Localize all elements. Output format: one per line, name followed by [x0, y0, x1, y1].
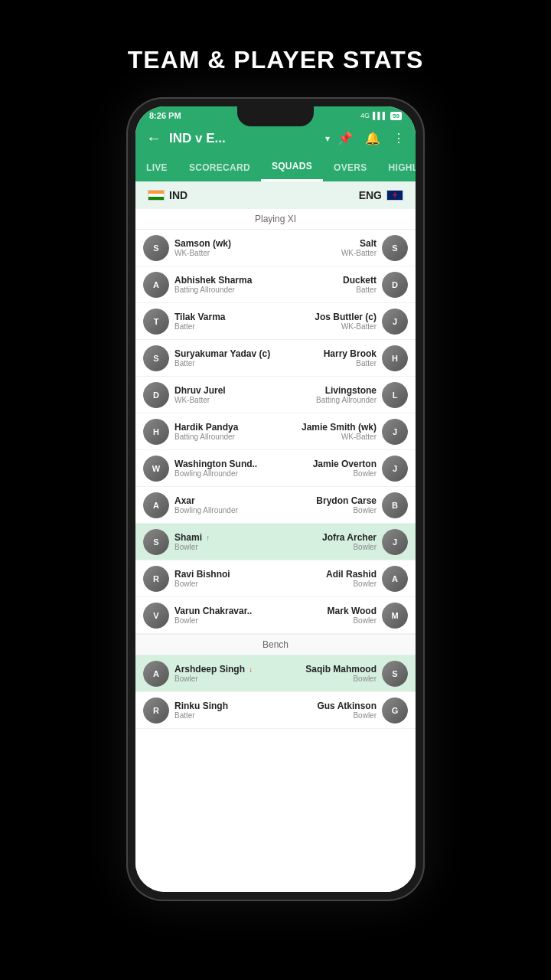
bench-label: Bench: [135, 634, 416, 655]
table-row: A AxarBowling Allrounder B Brydon CarseB…: [135, 487, 416, 524]
table-row: S Suryakumar Yadav (c)Batter H Harry Bro…: [135, 340, 416, 377]
ind-label: IND: [169, 189, 187, 201]
phone-notch: [237, 106, 314, 126]
tab-scorecard[interactable]: SCORECARD: [178, 155, 261, 181]
avatar: W: [143, 456, 169, 482]
playing-xi-label: Playing XI: [135, 209, 416, 230]
avatar: H: [143, 419, 169, 445]
arrow-up-icon: ↑: [206, 534, 210, 542]
tab-overs[interactable]: OVERS: [323, 155, 378, 181]
eng-bench-0: S Saqib MahmoodBowler: [283, 661, 408, 687]
avatar: S: [143, 345, 169, 371]
eng-player-3: H Harry BrookBatter: [283, 345, 408, 371]
more-icon[interactable]: ⋮: [393, 131, 405, 145]
avatar: D: [382, 272, 408, 298]
ind-bench-0: A Arshdeep Singh ↓ Bowler: [143, 661, 268, 687]
avatar: J: [382, 529, 408, 555]
status-time: 8:26 PM: [149, 111, 181, 120]
avatar: S: [143, 529, 169, 555]
header-actions: 📌 🔔 ⋮: [337, 131, 405, 145]
table-row: W Washington Sund..Bowling Allrounder J …: [135, 450, 416, 487]
phone-frame: 8:26 PM 4G ▌▌▌ 59 ← IND v E... ▾ 📌 🔔 ⋮ L…: [126, 97, 425, 901]
avatar: G: [382, 697, 408, 724]
avatar: R: [143, 697, 169, 724]
eng-player-0: S SaltWK-Batter: [283, 235, 408, 261]
avatar: S: [143, 235, 169, 261]
avatar: V: [143, 603, 169, 629]
app-header: ← IND v E... ▾ 📌 🔔 ⋮: [135, 123, 416, 153]
eng-player-1: D DuckettBatter: [283, 272, 408, 298]
ind-player-5: H Hardik PandyaBatting Allrounder: [143, 419, 268, 445]
avatar: J: [382, 309, 408, 335]
avatar: H: [382, 345, 408, 371]
ind-player-9: R Ravi BishnoiBowler: [143, 566, 268, 592]
ind-player-8: S Shami ↑ Bowler: [143, 529, 268, 555]
avatar: T: [143, 309, 169, 335]
ind-player-1: A Abhishek SharmaBatting Allrounder: [143, 272, 268, 298]
table-row: H Hardik PandyaBatting Allrounder J Jami…: [135, 413, 416, 450]
tab-squads[interactable]: SQUADS: [261, 153, 323, 181]
ind-player-6: W Washington Sund..Bowling Allrounder: [143, 456, 268, 482]
page-title: TEAM & PLAYER STATS: [128, 46, 423, 74]
back-button[interactable]: ←: [146, 129, 161, 147]
table-row: R Ravi BishnoiBowler A Adil RashidBowler: [135, 560, 416, 597]
ind-player-7: A AxarBowling Allrounder: [143, 492, 268, 518]
table-row: A Arshdeep Singh ↓ Bowler S Saqib Mahmoo…: [135, 655, 416, 692]
tab-highlights[interactable]: HIGHLIGI...: [378, 155, 416, 181]
avatar: D: [143, 382, 169, 408]
dropdown-icon[interactable]: ▾: [325, 133, 330, 144]
ind-player-2: T Tilak VarmaBatter: [143, 309, 268, 335]
ind-player-3: S Suryakumar Yadav (c)Batter: [143, 345, 268, 371]
ind-player-4: D Dhruv JurelWK-Batter: [143, 382, 268, 408]
avatar: M: [382, 603, 408, 629]
table-row: S Shami ↑ Bowler J Jofra ArcherBowler: [135, 524, 416, 560]
eng-player-10: M Mark WoodBowler: [283, 603, 408, 629]
avatar: B: [382, 492, 408, 518]
eng-player-7: B Brydon CarseBowler: [283, 492, 408, 518]
pin-icon[interactable]: 📌: [337, 131, 353, 145]
eng-label: ENG: [359, 189, 382, 201]
eng-team-label: ENG: [359, 189, 403, 201]
arrow-down-icon: ↓: [249, 665, 253, 674]
avatar: A: [143, 661, 169, 687]
eng-player-9: A Adil RashidBowler: [283, 566, 408, 592]
eng-player-4: L LivingstoneBatting Allrounder: [283, 382, 408, 408]
eng-player-8: J Jofra ArcherBowler: [283, 529, 408, 555]
avatar: S: [382, 661, 408, 687]
table-row: V Varun Chakravar..Bowler M Mark WoodBow…: [135, 597, 416, 634]
table-row: S Samson (wk)WK-Batter S SaltWK-Batter: [135, 230, 416, 266]
tab-live[interactable]: LIVE: [135, 155, 178, 181]
table-row: R Rinku SinghBatter G Gus AtkinsonBowler: [135, 692, 416, 729]
avatar: J: [382, 456, 408, 482]
status-icons: 4G ▌▌▌ 59: [360, 112, 402, 120]
battery-icon: 59: [390, 112, 402, 120]
avatar: A: [382, 566, 408, 592]
bell-icon[interactable]: 🔔: [365, 131, 380, 145]
phone-screen: 8:26 PM 4G ▌▌▌ 59 ← IND v E... ▾ 📌 🔔 ⋮ L…: [135, 106, 416, 892]
table-row: A Abhishek SharmaBatting Allrounder D Du…: [135, 266, 416, 303]
india-flag: [148, 190, 165, 201]
eng-player-2: J Jos Buttler (c)WK-Batter: [283, 309, 408, 335]
ind-player-0: S Samson (wk)WK-Batter: [143, 235, 268, 261]
avatar: A: [143, 272, 169, 298]
ind-bench-1: R Rinku SinghBatter: [143, 697, 268, 724]
avatar: J: [382, 419, 408, 445]
tab-bar: LIVE SCORECARD SQUADS OVERS HIGHLIGI...: [135, 153, 416, 181]
avatar: A: [143, 492, 169, 518]
signal-icon: 4G: [360, 112, 370, 119]
team-header: IND ENG: [135, 181, 416, 209]
signal-bars: ▌▌▌: [373, 112, 387, 119]
eng-bench-1: G Gus AtkinsonBowler: [283, 697, 408, 724]
table-row: D Dhruv JurelWK-Batter L LivingstoneBatt…: [135, 377, 416, 413]
england-flag: [386, 190, 403, 201]
players-container[interactable]: S Samson (wk)WK-Batter S SaltWK-Batter A…: [135, 230, 416, 892]
ind-team-label: IND: [148, 189, 187, 201]
avatar: R: [143, 566, 169, 592]
avatar: L: [382, 382, 408, 408]
ind-player-10: V Varun Chakravar..Bowler: [143, 603, 268, 629]
avatar: S: [382, 235, 408, 261]
eng-player-6: J Jamie OvertonBowler: [283, 456, 408, 482]
table-row: T Tilak VarmaBatter J Jos Buttler (c)WK-…: [135, 303, 416, 340]
eng-player-5: J Jamie Smith (wk)WK-Batter: [283, 419, 408, 445]
match-title: IND v E...: [169, 131, 318, 146]
